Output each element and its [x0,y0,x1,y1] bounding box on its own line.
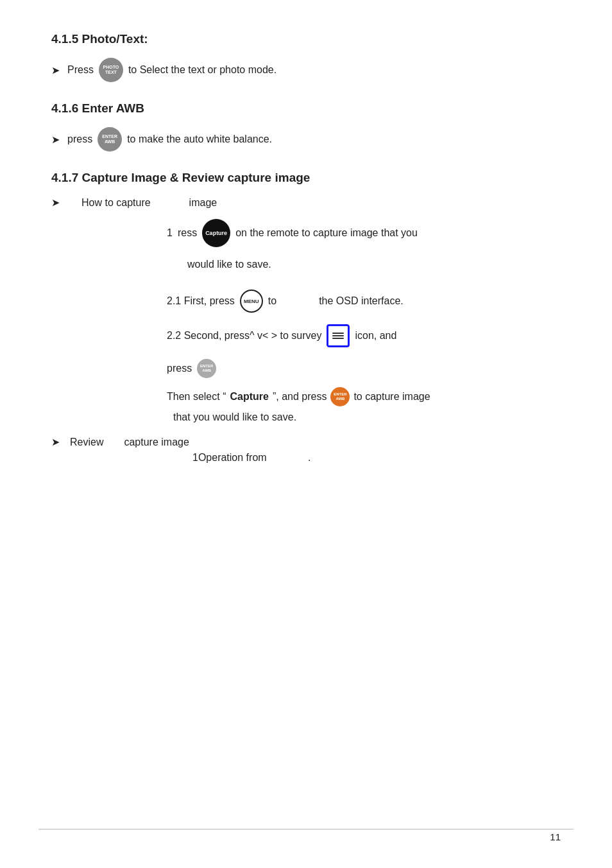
step1-text3: would like to save. [187,259,271,270]
review-section: ➤ Review capture image 1Operation from . [51,436,561,464]
step1-row: 1 ress Capture on the remote to capture … [167,219,561,247]
enter-awb-after: to make the auto white balance. [127,134,272,145]
section-capture-review: 4.1.7 Capture Image & Review capture ima… [51,171,561,464]
review-row: ➤ Review capture image [51,436,561,448]
press-block: press ENTER AWB [167,359,561,378]
step2-2-row: 2.2 Second, press^ v< > to survey icon, … [167,324,561,347]
then-select-1: Then select “ [167,391,226,403]
then-select-row: Then select “Capture”, and press ENTER A… [167,387,561,406]
then-select-4: that you would like to save. [173,412,296,422]
enter-orange-label2: AWB [336,397,344,401]
enter-awb-small-button[interactable]: ENTER AWB [197,359,216,378]
press-word: press [167,363,192,374]
arrow-icon: ➤ [51,64,60,76]
photo-text-btn-label1: PHOTO [103,65,119,70]
enter-awb-label2: AWB [105,139,115,144]
photo-text-button[interactable]: PHOTO TEXT [99,58,123,82]
bottom-line [38,829,574,829]
then-select-block: Then select “Capture”, and press ENTER A… [167,387,561,423]
capture-btn-label: Capture [205,230,227,236]
step1-num: 1 [167,227,173,239]
arrow-icon-2: ➤ [51,134,60,146]
section-enter-awb: 4.1.6 Enter AWB ➤ press ENTER AWB to mak… [51,101,561,152]
heading-capture-review: 4.1.7 Capture Image & Review capture ima… [51,171,561,185]
op-from-row: 1Operation from . [192,452,561,464]
step2-1-num: 2.1 First, press [167,295,235,307]
enter-small-label2: AWB [202,369,211,373]
capture-button[interactable]: Capture [202,219,230,247]
review-capture-image-text: capture image [124,437,189,448]
how-to-capture-row: ➤ How to capture image [51,196,561,209]
enter-small-label1: ENTER [200,364,213,369]
enter-awb-label1: ENTER [102,134,117,139]
image-word: image [189,197,217,209]
step2-1-row: 2.1 First, press MENU to the OSD interfa… [167,290,561,313]
survey-line-3 [332,338,344,339]
step1-text1: ress [178,227,197,239]
then-select-4-row: that you would like to save. [173,412,561,423]
section-photo-text: 4.1.5 Photo/Text: ➤ Press PHOTO TEXT to … [51,32,561,82]
op-from-text: 1Operation from [192,452,267,463]
menu-button[interactable]: MENU [240,290,263,313]
review-label: Review [70,437,103,448]
how-to-capture-text: How to capture [81,197,151,209]
page: 4.1.5 Photo/Text: ➤ Press PHOTO TEXT to … [0,0,612,868]
survey-icon [327,324,350,347]
step2-2-text2: icon, and [355,330,396,342]
heading-photo-text: 4.1.5 Photo/Text: [51,32,561,46]
enter-awb-bullet-row: ➤ press ENTER AWB to make the auto white… [51,127,561,152]
op-dot: . [308,452,310,463]
survey-icon-inner [330,330,346,342]
arrow-icon-3: ➤ [51,196,60,209]
then-select-2: ”, and press [273,391,327,403]
step1-text3-row: would like to save. [187,259,561,270]
step2-2-text: 2.2 Second, press^ v< > to survey [167,330,321,342]
menu-btn-label: MENU [244,299,259,304]
press-label-awb: press [67,134,92,145]
photo-text-btn-label2: TEXT [105,70,117,75]
step2-1-text: to [268,295,276,307]
step2-1-text2: the OSD interface. [319,295,404,307]
enter-awb-orange-button[interactable]: ENTER AWB [330,387,350,406]
enter-orange-label1: ENTER [334,392,346,397]
step1-block: 1 ress Capture on the remote to capture … [167,219,561,423]
survey-line-1 [332,333,344,334]
photo-text-bullet-row: ➤ Press PHOTO TEXT to Select the text or… [51,58,561,82]
page-number: 11 [550,831,561,842]
press-label-photo: Press [67,64,94,76]
step1-text2: on the remote to capture image that you [235,227,418,239]
photo-text-after: to Select the text or photo mode. [128,64,276,76]
capture-bold-label: Capture [230,391,268,403]
survey-line-2 [332,335,344,336]
enter-awb-button[interactable]: ENTER AWB [98,127,122,152]
heading-enter-awb: 4.1.6 Enter AWB [51,101,561,116]
arrow-icon-4: ➤ [51,436,60,448]
then-select-3: to capture image [353,391,430,403]
